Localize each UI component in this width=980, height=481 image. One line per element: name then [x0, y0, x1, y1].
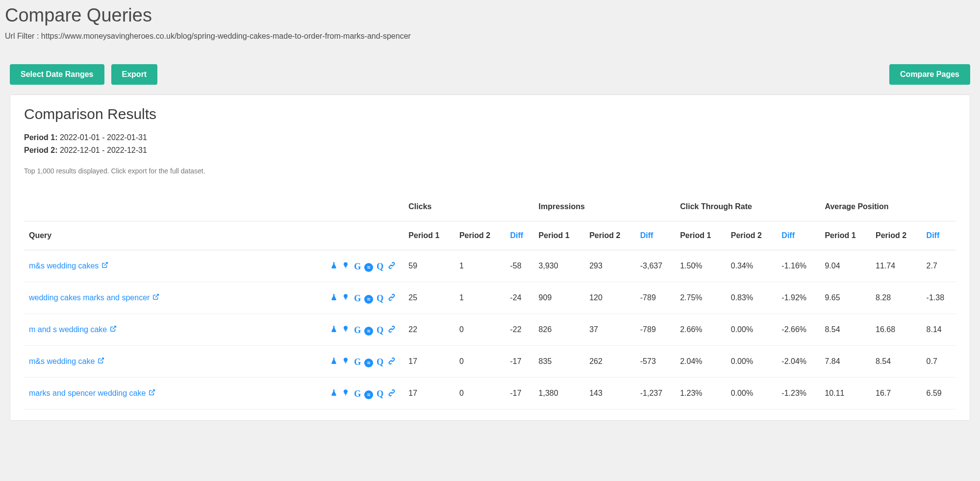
bulb-icon[interactable]: [341, 292, 351, 302]
google-icon[interactable]: G: [352, 389, 362, 399]
table-row: m and s wedding cakeG≈Q220-2282637-7892.…: [24, 314, 956, 346]
clicks-p2: 0: [454, 314, 505, 346]
results-heading: Comparison Results: [24, 106, 956, 122]
flask-icon[interactable]: [329, 356, 339, 366]
ctr-diff: -2.66%: [777, 314, 820, 346]
col-clicks-p1[interactable]: Period 1: [403, 221, 454, 250]
export-button[interactable]: Export: [111, 64, 158, 85]
google-icon[interactable]: G: [352, 326, 362, 336]
flask-icon[interactable]: [329, 261, 339, 270]
flask-icon[interactable]: [329, 292, 339, 302]
tool-icons: G≈Q: [322, 282, 403, 314]
clicks-p2: 1: [454, 282, 505, 314]
ctr-diff: -1.92%: [777, 282, 820, 314]
quora-icon[interactable]: Q: [375, 294, 385, 304]
position-p1: 7.84: [820, 346, 871, 378]
ctr-p2: 0.34%: [726, 250, 777, 282]
reddit-icon[interactable]: ≈: [364, 263, 373, 272]
compare-pages-button[interactable]: Compare Pages: [889, 64, 970, 85]
clicks-p1: 22: [403, 314, 454, 346]
query-link[interactable]: m and s wedding cake: [29, 325, 117, 334]
clicks-diff: -22: [505, 314, 533, 346]
col-group-position[interactable]: Average Position: [820, 192, 956, 221]
link-icon[interactable]: [387, 261, 397, 270]
clicks-diff: -58: [505, 250, 533, 282]
col-ctr-diff[interactable]: Diff: [777, 221, 820, 250]
flask-icon[interactable]: [329, 324, 339, 334]
col-group-clicks[interactable]: Clicks: [403, 192, 533, 221]
external-link-icon[interactable]: [152, 293, 159, 300]
col-clicks-diff[interactable]: Diff: [505, 221, 533, 250]
position-p2: 16.68: [871, 314, 922, 346]
col-impressions-diff[interactable]: Diff: [635, 221, 675, 250]
google-icon[interactable]: G: [352, 262, 362, 272]
col-ctr-p2[interactable]: Period 2: [726, 221, 777, 250]
col-impressions-p1[interactable]: Period 1: [534, 221, 585, 250]
ctr-p2: 0.00%: [726, 346, 777, 378]
position-diff: 2.7: [922, 250, 956, 282]
position-p2: 8.54: [871, 346, 922, 378]
link-icon[interactable]: [387, 388, 397, 398]
col-position-diff[interactable]: Diff: [922, 221, 956, 250]
flask-icon[interactable]: [329, 388, 339, 398]
link-icon[interactable]: [387, 324, 397, 334]
google-icon[interactable]: G: [352, 294, 362, 304]
link-icon[interactable]: [387, 292, 397, 302]
clicks-p2: 0: [454, 378, 505, 409]
google-icon[interactable]: G: [352, 358, 362, 367]
svg-line-3: [101, 358, 103, 361]
bulb-icon[interactable]: [341, 356, 351, 365]
query-link[interactable]: marks and spencer wedding cake: [29, 389, 155, 397]
clicks-diff: -17: [505, 346, 533, 378]
impressions-diff: -789: [635, 314, 675, 346]
external-link-icon[interactable]: [110, 325, 117, 332]
page-title: Compare Queries: [5, 5, 975, 26]
quora-icon[interactable]: Q: [375, 389, 385, 399]
clicks-diff: -24: [505, 282, 533, 314]
reddit-icon[interactable]: ≈: [364, 295, 373, 304]
col-clicks-p2[interactable]: Period 2: [454, 221, 505, 250]
table-row: marks and spencer wedding cakeG≈Q170-171…: [24, 378, 956, 409]
ctr-p1: 2.04%: [675, 346, 726, 378]
svg-line-2: [113, 326, 116, 329]
position-diff: 0.7: [922, 346, 956, 378]
col-query[interactable]: Query: [24, 221, 322, 250]
reddit-icon[interactable]: ≈: [364, 327, 373, 336]
clicks-p1: 59: [403, 250, 454, 282]
period2-label: Period 2:: [24, 146, 57, 154]
bulb-icon[interactable]: [341, 324, 351, 334]
external-link-icon[interactable]: [101, 262, 108, 268]
position-p2: 11.74: [871, 250, 922, 282]
table-row: wedding cakes marks and spencerG≈Q251-24…: [24, 282, 956, 314]
reddit-icon[interactable]: ≈: [364, 390, 373, 399]
results-table: Clicks Impressions Click Through Rate Av…: [24, 192, 956, 409]
quora-icon[interactable]: Q: [375, 326, 385, 336]
col-position-p2[interactable]: Period 2: [871, 221, 922, 250]
impressions-p1: 826: [534, 314, 585, 346]
col-impressions-p2[interactable]: Period 2: [584, 221, 635, 250]
quora-icon[interactable]: Q: [375, 358, 385, 367]
bulb-icon[interactable]: [341, 260, 351, 270]
ctr-diff: -1.23%: [777, 378, 820, 409]
url-filter: Url Filter : https://www.moneysavinghero…: [5, 32, 975, 41]
quora-icon[interactable]: Q: [375, 262, 385, 272]
reddit-icon[interactable]: ≈: [364, 359, 373, 367]
position-p1: 9.65: [820, 282, 871, 314]
query-link[interactable]: wedding cakes marks and spencer: [29, 293, 159, 302]
col-position-p1[interactable]: Period 1: [820, 221, 871, 250]
query-link[interactable]: m&s wedding cake: [29, 357, 104, 365]
external-link-icon[interactable]: [149, 389, 155, 396]
svg-line-4: [151, 390, 154, 393]
impressions-diff: -573: [635, 346, 675, 378]
col-ctr-p1[interactable]: Period 1: [675, 221, 726, 250]
col-group-ctr[interactable]: Click Through Rate: [675, 192, 820, 221]
external-link-icon[interactable]: [98, 357, 104, 364]
ctr-p2: 0.00%: [726, 378, 777, 409]
query-link[interactable]: m&s wedding cakes: [29, 262, 108, 270]
select-date-ranges-button[interactable]: Select Date Ranges: [10, 64, 104, 85]
link-icon[interactable]: [387, 356, 397, 366]
col-group-impressions[interactable]: Impressions: [534, 192, 676, 221]
period1-value: 2022-01-01 - 2022-01-31: [60, 133, 147, 142]
bulb-icon[interactable]: [341, 387, 351, 397]
clicks-p2: 1: [454, 250, 505, 282]
